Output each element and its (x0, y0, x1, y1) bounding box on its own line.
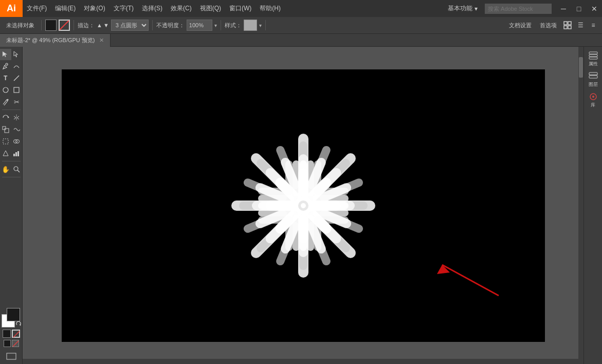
layers-panel-button[interactable]: 图层 (585, 71, 601, 88)
arrange-icon-2[interactable]: ☰ (575, 20, 586, 31)
opacity-arrow[interactable]: ▾ (214, 23, 217, 28)
tool-separator-2 (2, 161, 21, 161)
type-tool[interactable]: T (0, 72, 11, 84)
svg-line-0 (60, 21, 69, 30)
normal-mode-icon[interactable] (4, 340, 11, 347)
stroke-spin[interactable]: ▲ ▼ (97, 22, 109, 28)
menu-view[interactable]: 视图(Q) (196, 0, 225, 17)
maximize-button[interactable]: □ (571, 0, 587, 17)
arrange-icon-3[interactable]: ≡ (588, 20, 599, 31)
tool-separator-3 (2, 177, 21, 177)
tab-close-button[interactable]: ✕ (99, 37, 104, 44)
gradient-mode-icon[interactable] (12, 340, 19, 347)
tab-bar: 未标题-2* @ 49% (RGB/GPU 预览) ✕ (0, 34, 602, 47)
close-button[interactable]: ✕ (587, 0, 602, 17)
vertical-scrollbar[interactable] (578, 47, 583, 364)
paintbrush-tool[interactable] (0, 96, 11, 107)
menu-select[interactable]: 选择(S) (138, 0, 167, 17)
style-swatch[interactable] (244, 20, 257, 31)
opacity-label: 不透明度： (156, 22, 185, 29)
properties-panel-button[interactable]: 属性 (585, 51, 601, 67)
svg-marker-17 (3, 151, 8, 156)
stroke-style-select[interactable]: 3 点圆形 (111, 20, 149, 31)
svg-rect-100 (589, 52, 597, 54)
foreground-color-swatch[interactable] (7, 308, 20, 321)
pen-tool[interactable] (0, 61, 11, 72)
perspective-tool[interactable] (0, 148, 11, 159)
selection-tool-row (0, 49, 22, 60)
svg-rect-13 (5, 129, 9, 133)
shape-tool-row (0, 84, 22, 96)
arrange-icon-1[interactable] (562, 20, 573, 31)
warp-tool[interactable] (11, 124, 23, 135)
svg-rect-90 (313, 195, 349, 202)
line-tool[interactable] (11, 72, 23, 84)
svg-rect-19 (15, 152, 17, 156)
ellipse-tool[interactable] (0, 84, 11, 96)
svg-rect-3 (564, 26, 567, 29)
menu-items: 文件(F) 编辑(E) 对象(O) 文字(T) 选择(S) 效果(C) 视图(Q… (23, 0, 444, 17)
menu-text[interactable]: 文字(T) (110, 0, 138, 17)
rotate-tool-row (0, 112, 22, 123)
curvature-tool[interactable] (11, 61, 23, 72)
style-arrow[interactable]: ▾ (259, 23, 262, 28)
svg-line-22 (17, 170, 20, 172)
preferences-button[interactable]: 首选项 (537, 20, 560, 31)
svg-point-9 (7, 99, 8, 101)
stroke-icon[interactable] (12, 330, 20, 338)
selection-tool[interactable] (0, 49, 11, 60)
scrollbar-thumb-v[interactable] (579, 57, 583, 78)
right-panel: 属性 图层 库 (583, 47, 602, 364)
hand-tool[interactable]: ✋ (0, 163, 11, 175)
doc-settings-button[interactable]: 文档设置 (506, 20, 535, 31)
menu-bar: Ai 文件(F) 编辑(E) 对象(O) 文字(T) 选择(S) 效果(C) 视… (0, 0, 602, 17)
toolbar-separator-2 (74, 20, 74, 30)
svg-rect-89 (293, 160, 300, 196)
reflect-tool[interactable] (11, 112, 23, 123)
opacity-input[interactable] (187, 20, 212, 31)
scale-tool[interactable] (0, 124, 11, 135)
direct-select-tool[interactable] (11, 49, 23, 60)
shape-builder-tool[interactable] (11, 136, 23, 147)
color-swatches (2, 308, 21, 347)
artboard-tool[interactable] (1, 351, 22, 362)
menu-window[interactable]: 窗口(W) (225, 0, 256, 17)
toolbar: 未选择对象 描边： ▲ ▼ 3 点圆形 不透明度： ▾ 样式： ▾ 文档设置 首… (0, 17, 602, 34)
svg-point-7 (3, 87, 8, 93)
toolbar-separator-5 (265, 20, 266, 30)
menu-object[interactable]: 对象(O) (80, 0, 109, 17)
rect-tool[interactable] (11, 84, 23, 96)
document-tab[interactable]: 未标题-2* @ 49% (RGB/GPU 预览) ✕ (0, 34, 111, 47)
svg-line-6 (14, 76, 19, 81)
menu-effect[interactable]: 效果(C) (167, 0, 196, 17)
libraries-panel-button[interactable]: 库 (585, 92, 601, 108)
rotate-tool[interactable] (0, 112, 11, 123)
menu-help[interactable]: 帮助(H) (256, 0, 285, 17)
menu-edit[interactable]: 编辑(E) (51, 0, 80, 17)
svg-line-24 (13, 331, 20, 337)
fill-swatch[interactable] (45, 20, 57, 31)
svg-rect-83 (300, 215, 307, 251)
pen-tool-row (0, 61, 22, 72)
free-transform-tool[interactable] (0, 136, 11, 147)
ai-logo: Ai (0, 0, 23, 17)
chart-tool[interactable] (11, 148, 23, 159)
basic-function-button[interactable]: 基本功能 ▾ (444, 3, 482, 14)
fg-bg-swatches[interactable] (2, 308, 21, 327)
svg-rect-20 (17, 151, 19, 156)
stroke-swatch[interactable] (59, 20, 70, 31)
zoom-tool[interactable] (11, 163, 23, 175)
toolbar-separator-1 (41, 20, 42, 30)
reset-color-icon[interactable] (16, 321, 22, 329)
fill-icon[interactable] (3, 330, 11, 338)
artboard (62, 69, 545, 342)
svg-rect-87 (307, 215, 314, 251)
svg-rect-4 (568, 26, 571, 29)
search-input[interactable] (485, 4, 552, 14)
stroke-fill-icons (3, 330, 20, 338)
scissors-tool[interactable]: ✂ (11, 96, 23, 107)
minimize-button[interactable]: ─ (556, 0, 571, 17)
menu-file[interactable]: 文件(F) (23, 0, 51, 17)
horizontal-scrollbar[interactable] (23, 359, 578, 364)
svg-rect-26 (7, 353, 16, 359)
